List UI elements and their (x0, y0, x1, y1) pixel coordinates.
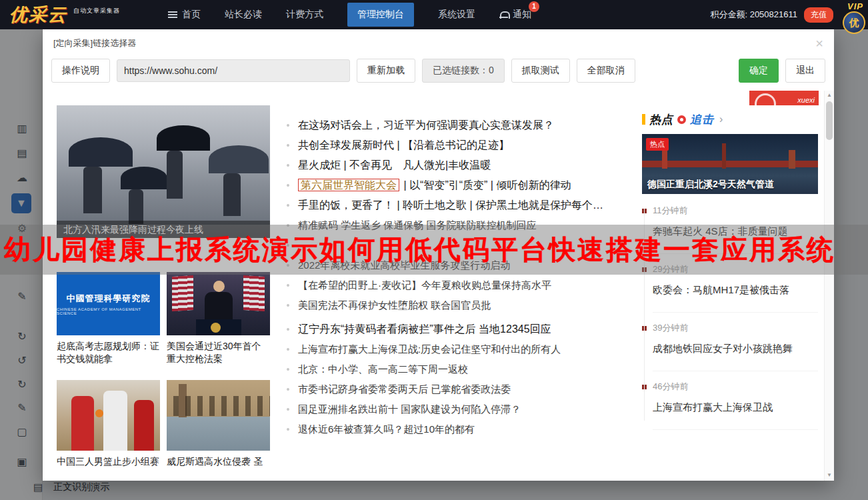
logo-tagline: 自动文章采集器 (73, 7, 120, 15)
headline-link[interactable]: 精准赋码 学生返乡 保通保畅 国务院联防联控机制回应 (287, 219, 670, 231)
thumbnail-text: 中國管理科學研究院 (67, 293, 151, 305)
news-thumbnail (167, 272, 270, 335)
timeline-headline[interactable]: 欧委会：马航MH17是被俄击落 (653, 284, 818, 313)
headline-link[interactable]: 【在希望的田野上·麦收记】今年夏粮收购总量保持高水平 (287, 279, 670, 291)
news-thumbnail (57, 380, 160, 451)
timeline-marker-icon (642, 385, 647, 389)
headline-link[interactable]: 市委书记跻身省委常委两天后 已掌舵省委政法委 (287, 383, 670, 395)
nav-admin-console[interactable]: 管理控制台 (347, 3, 414, 27)
nav-label: 通知 (513, 9, 531, 21)
nav-system-settings[interactable]: 系统设置 (438, 9, 475, 21)
nav-label: 站长必读 (225, 9, 262, 21)
help-button[interactable]: 操作说明 (51, 59, 110, 83)
link-selector-dialog: [定向采集]链接选择器 × 操作说明 重新加载 已选链接数：0 抓取测试 全部取… (43, 29, 834, 481)
nav-home[interactable]: 首页 (168, 9, 201, 21)
headline-link[interactable]: 上海宣布打赢大上海保卫战:历史会记住坚守和付出的所有人 (287, 343, 670, 355)
news-card[interactable]: 中国三人男篮止步小组赛 (57, 380, 160, 468)
headline-text: 退休近6年被查算久吗？超过10年的都有 (298, 423, 475, 435)
news-card[interactable]: 威尼斯遇高水位侵袭 圣 (167, 380, 270, 468)
headline-text: 辽宁丹东“持黄码者看病被拦”事件之后 当地12345回应 (298, 323, 551, 335)
headline-link[interactable]: 国足亚洲排名跌出前十 国家队建设为何陷入停滞？ (287, 403, 670, 415)
person-shape (129, 189, 143, 224)
url-input[interactable] (117, 59, 350, 82)
scroll-up-icon[interactable]: ▲ (825, 92, 834, 98)
news-card[interactable]: 美国会通过近30年首个重大控枪法案 (167, 272, 270, 365)
headline-text: 北京：中小学、高一高二等下周一返校 (298, 363, 468, 375)
credits-amount: 积分金额: 2050821611 (710, 9, 797, 21)
headline-link[interactable]: 北京：中小学、高一高二等下周一返校 (287, 363, 670, 375)
headline-text: 手里的饭，更香了！ | 聆听土地之歌 | 保护黑土地就是保护每个… (298, 199, 603, 211)
headline-link[interactable]: 手里的饭，更香了！ | 聆听土地之歌 | 保护黑土地就是保护每个… (287, 199, 670, 211)
headline-link[interactable]: 共创全球发展新时代 | 【沿着总书记的足迹】 (287, 139, 670, 151)
scroll-down-icon[interactable]: ▼ (825, 472, 834, 478)
cancel-all-button[interactable]: 全部取消 (577, 59, 635, 83)
featured-caption: 德国正重启北溪2号天然气管道 (647, 179, 774, 191)
player-shape (134, 400, 154, 451)
headline-link[interactable]: 美国宪法不再保护女性堕胎权 联合国官员批 (287, 299, 670, 311)
nav-webmaster-reading[interactable]: 站长必读 (225, 9, 262, 21)
news-card[interactable]: 中國管理科學研究院 CHINESE ACADEMY OF MANAGEMENT … (57, 272, 160, 365)
headline-text: | 以“智变”引“质变” | 倾听创新的律动 (401, 179, 571, 191)
recharge-button[interactable]: 充值 (804, 7, 833, 23)
seal-shape (211, 323, 221, 333)
card-caption: 威尼斯遇高水位侵袭 圣 (167, 455, 270, 468)
reload-button[interactable]: 重新加载 (357, 59, 415, 83)
time-text: 11分钟前 (653, 205, 688, 217)
featured-hot-story[interactable]: 热点 德国正重启北溪2号天然气管道 (642, 134, 818, 194)
main-photo[interactable]: 北方入汛来最强降雨过程今夜上线 (57, 105, 270, 238)
scrollbar-thumb[interactable] (826, 101, 833, 140)
nav-billing[interactable]: 计费方式 (286, 9, 323, 21)
vertical-scrollbar[interactable]: ▲ ▼ (824, 91, 834, 481)
dialog-toolbar: 操作说明 重新加载 已选链接数：0 抓取测试 全部取消 确定 退出 (43, 53, 834, 91)
headline-link[interactable]: 在这场对话会上，习近平为何强调要真心实意谋发展？ (287, 119, 670, 131)
thumbnail-subtext: CHINESE ACADEMY OF MANAGEMENT SCIENCE (57, 307, 160, 315)
hot-timeline: 11分钟前 奔驰车起火 4S店：非质量问题 29分钟前 欧委会：马航MH17是被… (642, 205, 818, 430)
promo-banner[interactable]: xuexi (749, 91, 819, 105)
headline-text: 精准赋码 学生返乡 保通保畅 国务院联防联控机制回应 (298, 219, 537, 231)
main-photo-caption: 北方入汛来最强降雨过程今夜上线 (57, 221, 270, 238)
timeline-item: 39分钟前 成都地铁回应女子对小孩跳艳舞 (642, 322, 818, 371)
hot-topics-section: 热点 追击 › 热点 德国正重启北溪2号天然气管道 11分钟前 奔驰车起火 4S… (642, 113, 818, 439)
basketball-shape (95, 409, 103, 417)
notification-badge: 1 (529, 1, 539, 12)
player-shape (71, 396, 94, 451)
exit-button[interactable]: 退出 (785, 59, 825, 83)
person-shape (223, 173, 241, 216)
nav-label: 管理控制台 (357, 9, 404, 21)
selected-link-highlight[interactable]: 第六届世界智能大会 (298, 179, 399, 191)
headline-link[interactable]: 第六届世界智能大会 | 以“智变”引“质变” | 倾听创新的律动 (287, 179, 670, 191)
selected-links-counter: 已选链接数：0 (422, 59, 505, 83)
timeline-marker-icon (642, 326, 647, 331)
timeline-headline[interactable]: 成都地铁回应女子对小孩跳艳舞 (653, 343, 818, 371)
headline-text: 2022年离校未就业高校毕业生服务攻坚行动启动 (298, 259, 510, 271)
card-caption: 起底高考志愿规划师：证书交钱就能拿 (57, 340, 160, 365)
close-icon[interactable]: × (815, 38, 823, 49)
flag-shape (243, 275, 265, 311)
headline-link[interactable] (287, 239, 670, 251)
app-logo[interactable]: 优采云 自动文章采集器 (0, 3, 168, 27)
main-menu: 首页 站长必读 计费方式 管理控制台 系统设置 通知 1 (168, 3, 531, 27)
floating-logo-badge[interactable]: 优 (843, 11, 865, 34)
crane-shape (789, 150, 795, 169)
player-shape (103, 391, 127, 451)
nav-notifications[interactable]: 通知 1 (499, 9, 531, 21)
hot-section-header[interactable]: 热点 追击 › (642, 113, 818, 126)
capture-test-button[interactable]: 抓取测试 (511, 59, 570, 83)
headline-link[interactable]: 退休近6年被查算久吗？超过10年的都有 (287, 423, 670, 435)
confirm-button[interactable]: 确定 (739, 59, 779, 83)
headline-link[interactable]: 辽宁丹东“持黄码者看病被拦”事件之后 当地12345回应 (287, 323, 670, 335)
vip-badge[interactable]: VIP (847, 1, 863, 11)
dialog-header: [定向采集]链接选择器 × (43, 29, 834, 53)
timeline-headline[interactable]: 奔驰车起火 4S店：非质量问题 (653, 225, 818, 254)
logo-text: 优采云 (9, 3, 67, 27)
timeline-headline[interactable]: 上海宣布打赢大上海保卫战 (653, 401, 818, 430)
top-navbar: 优采云 自动文章采集器 首页 站长必读 计费方式 管理控制台 系统设置 通知 1… (0, 0, 868, 29)
headline-link[interactable]: 2022年离校未就业高校毕业生服务攻坚行动启动 (287, 259, 670, 271)
timeline-time: 29分钟前 (642, 263, 818, 275)
umbrella-shape (209, 145, 269, 173)
headline-text: 美国宪法不再保护女性堕胎权 联合国官员批 (298, 299, 491, 311)
hot-badge: 热点 (646, 138, 669, 151)
headline-link[interactable]: 星火成炬 | 不舍再见 凡人微光|丰收温暖 (287, 159, 670, 171)
news-card-grid: 中國管理科學研究院 CHINESE ACADEMY OF MANAGEMENT … (57, 272, 271, 468)
news-thumbnail (167, 380, 270, 451)
